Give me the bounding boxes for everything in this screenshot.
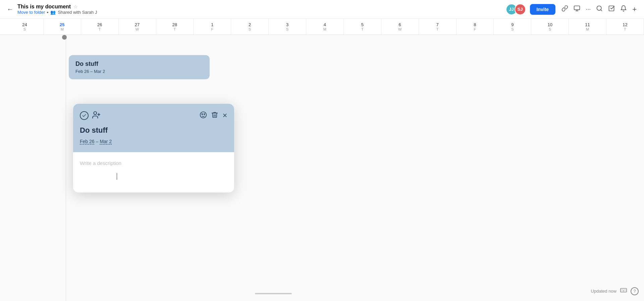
day-num-10: 10: [547, 22, 552, 27]
invite-button[interactable]: Invite: [530, 4, 556, 15]
popup-dates: Feb 26 – Mar 2: [80, 139, 227, 144]
link-icon[interactable]: [559, 3, 570, 15]
keyboard-icon[interactable]: [620, 287, 627, 296]
svg-rect-5: [609, 6, 614, 11]
right-icons: ··· +: [559, 3, 639, 16]
svg-point-10: [202, 114, 203, 115]
back-button[interactable]: ←: [5, 4, 15, 14]
day-name-10: S: [549, 27, 551, 31]
day-num-5: 5: [361, 22, 364, 27]
day-num-3: 3: [286, 22, 288, 27]
date-col-10: 10 S: [531, 19, 569, 35]
calendar-area: 24 S 25 M 26 T 27 W 28 T 1 F 2 S 3 S: [0, 19, 644, 301]
more-icon[interactable]: ···: [584, 4, 593, 15]
document-title: This is my document: [17, 4, 71, 10]
move-to-folder-link[interactable]: Move to folder: [17, 10, 45, 15]
day-name-2: S: [249, 27, 251, 31]
svg-point-11: [204, 114, 205, 115]
day-num-28: 28: [172, 22, 177, 27]
day-num-26: 26: [97, 22, 102, 27]
popup-date-dash: –: [96, 139, 99, 144]
bell-icon[interactable]: [618, 3, 629, 15]
day-name-9: S: [511, 27, 514, 31]
date-col-4: 4 M: [306, 19, 344, 35]
day-num-1: 1: [211, 22, 213, 27]
date-header-strip: [0, 19, 6, 35]
svg-point-6: [94, 112, 97, 115]
date-col-8: 8 F: [457, 19, 494, 35]
sub-row[interactable]: Move to folder 👥 Shared with Sarah J: [17, 10, 97, 15]
date-col-6: 6 W: [381, 19, 419, 35]
day-num-11: 11: [585, 22, 590, 27]
day-num-27: 27: [135, 22, 140, 27]
shared-users-icon: 👥: [50, 10, 56, 15]
popup-icons-row: ✕: [80, 111, 227, 121]
day-name-25: M: [61, 27, 64, 31]
text-cursor: [117, 173, 117, 180]
add-icon[interactable]: +: [630, 3, 639, 16]
color-icon[interactable]: [200, 111, 207, 120]
star-icon[interactable]: ☆: [73, 4, 78, 9]
popup-icons-right: ✕: [200, 111, 227, 120]
dot-separator: [47, 12, 48, 13]
calendar-body: Do stuff Feb 26 – Mar 2: [0, 35, 644, 301]
popup-icons-left: [80, 111, 101, 121]
date-col-11: 11 M: [569, 19, 606, 35]
svg-point-9: [200, 112, 206, 118]
avatar-sj[interactable]: SJ: [515, 4, 526, 15]
day-name-5: T: [361, 27, 364, 31]
today-vertical-line: [66, 35, 66, 301]
date-col-24: 24 S: [6, 19, 44, 35]
doc-title-section: This is my document ☆ Move to folder 👥 S…: [17, 4, 97, 15]
date-col-12: 12 T: [606, 19, 644, 35]
day-num-12: 12: [623, 22, 627, 27]
svg-rect-0: [574, 6, 580, 10]
date-col-2: 2 S: [231, 19, 269, 35]
checklist-icon[interactable]: [606, 3, 617, 15]
add-person-icon[interactable]: [92, 111, 101, 121]
svg-line-4: [601, 10, 602, 11]
date-header: 24 S 25 M 26 T 27 W 28 T 1 F 2 S 3 S: [0, 19, 644, 35]
search-icon[interactable]: [594, 3, 605, 15]
event-card-dates: Feb 26 – Mar 2: [75, 69, 203, 74]
date-col-7: 7 T: [419, 19, 457, 35]
popup-end-date[interactable]: Mar 2: [100, 139, 112, 144]
date-col-9: 9 S: [494, 19, 531, 35]
complete-icon[interactable]: [80, 111, 89, 120]
top-bar-right: JJ SJ Invite ··· +: [506, 3, 639, 16]
day-num-25: 25: [60, 22, 64, 27]
date-col-25: 25 M: [44, 19, 81, 35]
day-name-3: S: [286, 27, 288, 31]
close-icon[interactable]: ✕: [222, 112, 227, 119]
day-num-6: 6: [399, 22, 401, 27]
date-col-28: 28 T: [156, 19, 194, 35]
doc-title-top: This is my document ☆: [17, 4, 97, 10]
day-name-11: M: [586, 27, 589, 31]
day-name-24: S: [23, 27, 26, 31]
help-icon[interactable]: ?: [631, 287, 639, 295]
event-card-calendar[interactable]: Do stuff Feb 26 – Mar 2: [69, 55, 210, 79]
popup-top: ✕ Do stuff Feb 26 – Mar 2: [73, 104, 234, 152]
day-num-24: 24: [22, 22, 27, 27]
day-name-28: T: [174, 27, 176, 31]
popup-bottom: Write a description: [73, 152, 234, 192]
day-name-7: T: [436, 27, 439, 31]
popup-start-date[interactable]: Feb 26: [80, 139, 95, 144]
today-indicator-dot: [62, 35, 67, 40]
day-num-8: 8: [474, 22, 476, 27]
shared-with-label: Shared with Sarah J: [58, 10, 97, 15]
day-name-8: F: [474, 27, 476, 31]
date-col-5: 5 T: [344, 19, 381, 35]
date-col-3: 3 S: [269, 19, 306, 35]
day-name-1: F: [211, 27, 213, 31]
present-icon[interactable]: [572, 3, 582, 15]
delete-icon[interactable]: [211, 111, 218, 120]
date-col-26: 26 T: [81, 19, 119, 35]
day-name-27: W: [136, 27, 139, 31]
date-col-27: 27 W: [119, 19, 156, 35]
popup-title: Do stuff: [80, 126, 227, 135]
bottom-right: Updated now ?: [591, 287, 639, 296]
day-name-4: M: [323, 27, 326, 31]
horizontal-scrollbar[interactable]: [255, 293, 292, 294]
description-placeholder: Write a description: [80, 160, 121, 166]
